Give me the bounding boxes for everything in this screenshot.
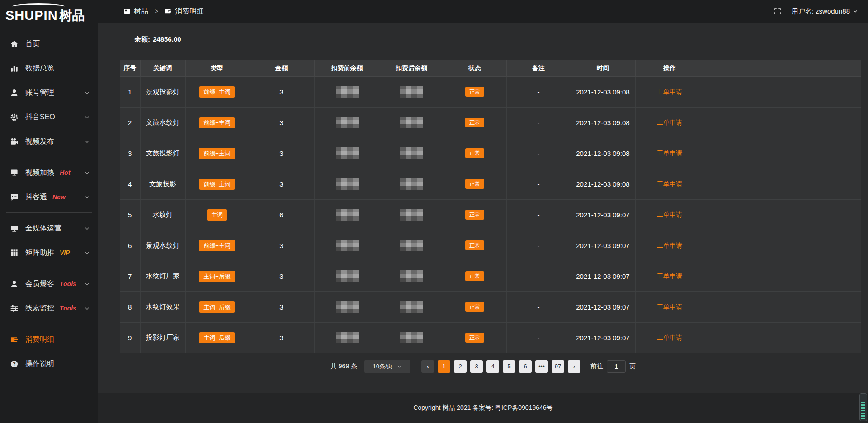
masked-value — [336, 301, 359, 313]
time-cell: 2021-12-03 09:08 — [571, 138, 635, 169]
work-order-link[interactable]: 工单申请 — [657, 119, 682, 126]
sidebar-item-douyin-seo[interactable]: 抖音SEO — [0, 105, 98, 129]
row-index: 4 — [120, 169, 140, 199]
page-button[interactable]: 5 — [503, 360, 515, 373]
work-order-link[interactable]: 工单申请 — [657, 303, 682, 310]
work-order-link[interactable]: 工单申请 — [657, 242, 682, 249]
work-order-link[interactable]: 工单申请 — [657, 334, 682, 341]
type-cell: 前缀+主词 — [185, 107, 249, 138]
sidebar-item-clue-monitor[interactable]: 线索监控Tools — [0, 296, 98, 320]
user-icon — [10, 89, 19, 97]
sidebar-item-data-overview[interactable]: 数据总览 — [0, 56, 98, 80]
amount-cell: 6 — [249, 199, 314, 230]
balance-label: 余额: — [134, 35, 150, 43]
sidebar-menu: 首页数据总览账号管理抖音SEO视频发布视频加热Hot抖客通New全媒体运营矩阵助… — [0, 32, 98, 376]
next-page-button[interactable]: › — [568, 360, 580, 373]
masked-value — [336, 178, 359, 190]
page-button[interactable]: 3 — [470, 360, 483, 373]
work-order-link[interactable]: 工单申请 — [657, 180, 682, 188]
sidebar-item-consume-detail[interactable]: 消费明细 — [0, 327, 98, 352]
note-cell: - — [506, 199, 571, 230]
prev-page-button[interactable]: ‹ — [421, 360, 434, 373]
goto-page-input[interactable] — [607, 360, 626, 373]
work-order-link[interactable]: 工单申请 — [657, 211, 682, 218]
sidebar-item-label: 操作说明 — [25, 359, 54, 369]
breadcrumb-item[interactable]: 树品 — [123, 7, 148, 16]
sidebar-item-home[interactable]: 首页 — [0, 32, 98, 56]
sidebar-item-matrix-boost[interactable]: 矩阵助推VIP — [0, 240, 98, 265]
table-row: 6景观水纹灯前缀+主词3正常-2021-12-03 09:07工单申请 — [120, 230, 861, 261]
monitor-icon — [10, 224, 19, 233]
row-index: 3 — [120, 138, 140, 169]
breadcrumb-item[interactable]: 消费明细 — [165, 7, 204, 16]
balance: 余额:24856.00 — [134, 35, 868, 44]
masked-value — [400, 147, 423, 159]
page-button[interactable]: 4 — [486, 360, 499, 373]
type-badge: 前缀+主词 — [199, 240, 235, 251]
note-cell: - — [506, 169, 571, 199]
sidebar-item-operation-guide[interactable]: ?操作说明 — [0, 352, 98, 376]
sidebar-item-douketong[interactable]: 抖客通New — [0, 185, 98, 209]
masked-value — [336, 117, 359, 128]
table-row: 2文旅水纹灯前缀+主词3正常-2021-12-03 09:08工单申请 — [120, 107, 861, 138]
goto-page: 前往页 — [590, 360, 636, 373]
sidebar-item-video-publish[interactable]: 视频发布 — [0, 129, 98, 154]
column-header: 金额 — [249, 60, 314, 76]
filler-cell — [704, 107, 861, 138]
status-cell: 正常 — [443, 76, 506, 107]
work-order-link[interactable]: 工单申请 — [657, 150, 682, 157]
app-logo: SHUPIN树品 — [0, 0, 98, 28]
table-row: 4文旅投影前缀+主词3正常-2021-12-03 09:08工单申请 — [120, 169, 861, 199]
row-index: 8 — [120, 291, 140, 322]
fullscreen-icon[interactable] — [774, 7, 782, 15]
wallet-icon — [10, 335, 19, 344]
filler-cell — [704, 138, 861, 169]
table-row: 5水纹灯主词6正常-2021-12-03 09:07工单申请 — [120, 199, 861, 230]
table-row: 7水纹灯厂家主词+后缀3正常-2021-12-03 09:07工单申请 — [120, 261, 861, 291]
masked-value — [400, 332, 423, 343]
sidebar-item-label: 视频发布 — [25, 137, 54, 146]
type-cell: 前缀+主词 — [185, 230, 249, 261]
work-order-link[interactable]: 工单申请 — [657, 273, 682, 280]
sidebar-item-label: 会员爆客 — [25, 279, 54, 289]
table-body: 1景观投影灯前缀+主词3正常-2021-12-03 09:08工单申请2文旅水纹… — [120, 76, 861, 353]
more-pages-button[interactable]: ••• — [535, 360, 548, 373]
page-button[interactable]: 1 — [438, 360, 450, 373]
action-cell: 工单申请 — [635, 169, 704, 199]
work-order-link[interactable]: 工单申请 — [657, 88, 682, 95]
masked-value — [400, 240, 423, 251]
balance-before-cell — [314, 107, 380, 138]
type-badge: 主词+后缀 — [199, 271, 235, 282]
sidebar-divider — [6, 268, 92, 268]
amount-cell: 3 — [249, 76, 314, 107]
scroll-widget[interactable] — [859, 393, 867, 421]
column-header: 备注 — [506, 60, 571, 76]
action-cell: 工单申请 — [635, 138, 704, 169]
page-size-select[interactable]: 10条/页 — [364, 360, 410, 373]
member-icon — [10, 280, 19, 288]
type-cell: 主词 — [185, 199, 249, 230]
sidebar-item-media-operation[interactable]: 全媒体运营 — [0, 216, 98, 240]
time-cell: 2021-12-03 09:07 — [571, 291, 635, 322]
note-cell: - — [506, 261, 571, 291]
balance-after-cell — [380, 169, 443, 199]
column-header-filler — [704, 60, 861, 76]
chevron-down-icon — [84, 226, 90, 231]
page-button[interactable]: 97 — [552, 360, 564, 373]
masked-value — [336, 240, 359, 251]
sidebar-item-video-heat[interactable]: 视频加热Hot — [0, 160, 98, 185]
type-badge: 前缀+主词 — [199, 179, 235, 190]
masked-value — [400, 117, 423, 128]
type-cell: 前缀+主词 — [185, 169, 249, 199]
row-index: 7 — [120, 261, 140, 291]
user-dropdown[interactable]: 用户名: zswodun88 — [792, 7, 858, 16]
status-cell: 正常 — [443, 291, 506, 322]
page-button[interactable]: 6 — [519, 360, 532, 373]
sidebar-item-label: 抖音SEO — [25, 113, 55, 122]
chevron-down-icon — [84, 306, 90, 311]
balance-before-cell — [314, 322, 380, 353]
time-cell: 2021-12-03 09:08 — [571, 107, 635, 138]
sidebar-item-account-manage[interactable]: 账号管理 — [0, 80, 98, 105]
page-button[interactable]: 2 — [454, 360, 467, 373]
sidebar-item-member-burst[interactable]: 会员爆客Tools — [0, 272, 98, 296]
